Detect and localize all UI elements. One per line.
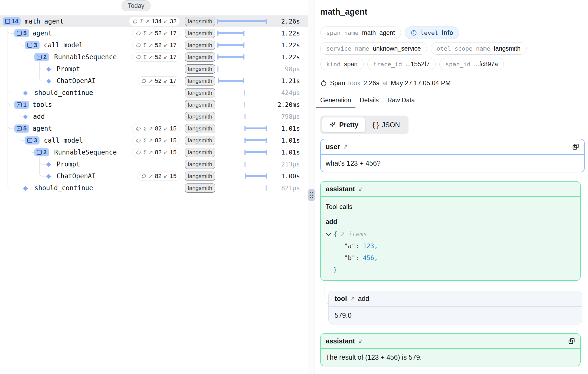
tokens-in-icon: ↗ — [149, 54, 153, 60]
tool-call-name: add — [326, 218, 575, 225]
collapse-icon — [27, 43, 32, 48]
trace-row-ChatOpenAI[interactable]: ◆ ChatOpenAI ↗52 ↙17 langsmith 1.21s — [0, 75, 308, 87]
token-coin-icon — [136, 31, 141, 36]
collapse-toggle[interactable]: 5 — [14, 29, 29, 37]
grip-dot — [310, 195, 311, 196]
tab-raw-data[interactable]: Raw Data — [383, 97, 419, 108]
trace-row-Prompt[interactable]: ◆ Prompt langsmith 98µs — [0, 63, 308, 75]
chevron-down-icon[interactable] — [326, 231, 331, 236]
trace-row-should_continue[interactable]: ◆ should_continue langsmith 424µs — [0, 87, 308, 99]
trace-row-add[interactable]: ◆ add langsmith 798µs — [0, 111, 308, 123]
token-coin-icon — [136, 54, 141, 60]
pill-value: Info — [442, 29, 453, 37]
langsmith-tag: langsmith — [185, 136, 215, 145]
collapse-toggle[interactable]: 14 — [3, 17, 21, 25]
tokens-in-icon: ↗ — [145, 18, 150, 25]
trace-row-agent[interactable]: 5 agent Σ ↗82 ↙15 langsmith 1.01s — [0, 123, 308, 134]
tokens-in: 82 — [155, 173, 161, 180]
service-name-pill: service_name unknown_service — [320, 42, 427, 55]
duration: 2.26s — [281, 18, 300, 25]
duration: 1.01s — [281, 125, 300, 132]
waterfall-track — [217, 51, 266, 63]
diamond-icon: ◆ — [46, 77, 51, 84]
duration: 98µs — [285, 65, 300, 73]
today-button[interactable]: Today — [122, 0, 151, 11]
assistant-message-card: assistant ↙ The result of (123 + 456) is… — [320, 333, 581, 366]
tokens-out: 17 — [170, 54, 177, 61]
tokens-in-icon: ↗ — [149, 137, 153, 144]
trace-row-RunnableSequence[interactable]: 2 RunnableSequence Σ ↗52 ↙17 langsmith 1… — [0, 51, 308, 63]
copy-button[interactable] — [572, 143, 579, 150]
pretty-toggle-button[interactable]: Pretty — [322, 117, 365, 132]
collapse-toggle[interactable]: 3 — [25, 41, 40, 49]
child-count: 2 — [43, 54, 47, 61]
langsmith-tag: langsmith — [185, 17, 215, 26]
diamond-icon: ◆ — [46, 160, 51, 168]
tab-details[interactable]: Details — [355, 97, 383, 108]
span-name: RunnableSequence — [54, 53, 117, 61]
pill-key: kind — [326, 61, 341, 68]
collapse-toggle[interactable]: 1 — [14, 101, 29, 109]
tool-message-header: tool ↗ add — [329, 291, 582, 307]
span-name: agent — [32, 125, 52, 132]
trace-row-call_model[interactable]: 3 call_model Σ ↗52 ↙17 langsmith 1.22s — [0, 39, 308, 51]
trace-row-agent[interactable]: 5 agent Σ ↗52 ↙17 langsmith 1.22s — [0, 27, 308, 39]
panel-splitter[interactable] — [308, 0, 315, 374]
grip-dot — [310, 192, 311, 193]
took-text: Span — [330, 79, 345, 87]
tab-generation[interactable]: Generation — [316, 97, 355, 108]
tool-result-wrapper: tool ↗ add 579.0 — [328, 291, 582, 324]
json-items-count: 2 items — [341, 231, 367, 238]
trace-row-tools[interactable]: 1 tools langsmith 2.20ms — [0, 99, 308, 111]
role-label: tool — [335, 295, 347, 303]
page-title: math_agent — [320, 7, 588, 17]
trace-row-ChatOpenAI[interactable]: ◆ ChatOpenAI ↗82 ↙15 langsmith 1.00s — [0, 170, 308, 182]
tokens-in: 52 — [155, 30, 161, 37]
grip-dot — [312, 197, 313, 198]
token-coin-icon — [136, 126, 141, 132]
diamond-icon: ◆ — [46, 172, 51, 180]
trace-row-RunnableSequence[interactable]: 2 RunnableSequence Σ ↗82 ↙15 langsmith 1… — [0, 146, 308, 158]
tokens-in-icon: ↗ — [149, 149, 153, 156]
tokens-in: 52 — [155, 77, 161, 84]
span-detail-panel: math_agent span_name math_agent level In… — [315, 0, 588, 374]
collapse-toggle[interactable]: 5 — [14, 124, 29, 133]
collapse-toggle[interactable]: 2 — [34, 53, 49, 61]
span-name: call_model — [44, 137, 83, 144]
tokens-in: 134 — [152, 18, 162, 25]
json-value: 123, — [363, 242, 378, 250]
diamond-icon: ◆ — [23, 113, 28, 120]
langsmith-tag: langsmith — [185, 100, 215, 109]
trace-row-call_model[interactable]: 3 call_model Σ ↗82 ↙15 langsmith 1.01s — [0, 134, 308, 146]
trace-row-Prompt[interactable]: ◆ Prompt langsmith 213µs — [0, 158, 308, 170]
waterfall-track — [217, 111, 266, 123]
duration-bar — [218, 80, 244, 82]
collapse-toggle[interactable]: 2 — [34, 148, 49, 156]
span-name: add — [33, 113, 45, 120]
token-badge: Σ ↗134 ↙32 — [129, 17, 180, 26]
langsmith-tag: langsmith — [185, 88, 215, 97]
tokens-in-icon: ↗ — [149, 78, 153, 84]
trace-row-should_continue[interactable]: ◆ should_continue langsmith 821µs — [0, 182, 308, 194]
duration-tick — [266, 185, 267, 191]
token-badge: Σ ↗82 ↙15 — [132, 124, 180, 133]
assistant-message-body: Tool calls add { 2 items "a": 123, "b": … — [321, 197, 580, 280]
span-name: tools — [32, 101, 52, 109]
tokens-out: 17 — [170, 30, 177, 37]
span-name-pill: span_name math_agent — [320, 27, 401, 39]
tokens-out: 17 — [170, 42, 177, 49]
trace-row-math_agent[interactable]: 14 math_agent Σ ↗134 ↙32 langsmith 2.26s — [0, 15, 308, 27]
tokens-out-icon: ↙ — [164, 149, 168, 156]
tool-message-card: tool ↗ add 579.0 — [328, 291, 582, 324]
json-toggle-button[interactable]: { } JSON — [366, 117, 407, 132]
splitter-drag-handle[interactable] — [308, 189, 315, 201]
copy-button[interactable] — [568, 337, 575, 345]
duration-bar — [218, 44, 244, 46]
copy-icon — [572, 143, 579, 150]
assistant-message-header: assistant ↙ — [321, 334, 580, 349]
duration: 1.21s — [281, 77, 300, 84]
collapse-toggle[interactable]: 3 — [25, 136, 40, 145]
role-label: assistant — [326, 337, 355, 345]
duration: 1.22s — [281, 54, 300, 61]
langsmith-tag: langsmith — [185, 148, 215, 157]
